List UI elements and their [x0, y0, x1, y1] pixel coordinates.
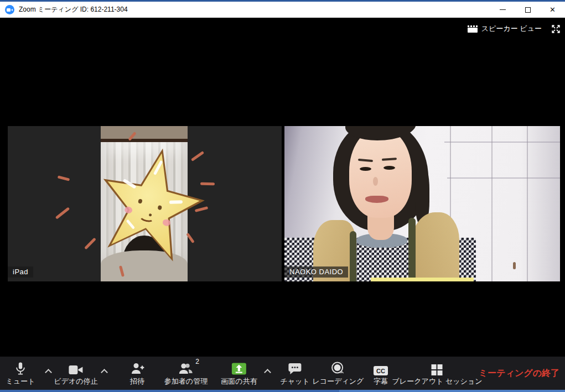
- participant-name-tag: iPad: [8, 266, 33, 278]
- minimize-icon: [500, 9, 506, 10]
- star-ray: [58, 175, 70, 181]
- view-controls: スピーカー ビュー: [468, 24, 561, 34]
- video-tile-naoko[interactable]: NAOKO DAIDO: [284, 126, 560, 281]
- record-icon: [331, 361, 345, 375]
- star-fill: [91, 143, 210, 271]
- camera-lens-icon: [11, 9, 13, 11]
- share-screen-label: 画面の共有: [221, 377, 257, 386]
- breakout-grid-icon: [432, 364, 443, 375]
- speaker-view-button[interactable]: スピーカー ビュー: [481, 24, 542, 34]
- speaker-view-icon: [468, 25, 478, 33]
- close-icon: ✕: [550, 6, 556, 13]
- breakout-label: ブレークアウト セッション: [392, 377, 483, 386]
- participants-icon: [178, 362, 194, 375]
- end-meeting-button[interactable]: ミーティングの終了: [479, 368, 559, 379]
- minimize-button[interactable]: [490, 2, 515, 18]
- window-controls: ✕: [490, 2, 565, 18]
- stop-video-label: ビデオの停止: [54, 377, 97, 386]
- nose: [373, 177, 378, 186]
- yellow-bar: [371, 278, 474, 281]
- breakout-sessions-button[interactable]: ブレークアウト セッション: [392, 360, 483, 386]
- vest-trim: [350, 231, 356, 281]
- star-ray: [55, 207, 70, 219]
- meeting-toolbar: ミュート ビデオの停止 招待: [0, 357, 565, 390]
- manage-participants-label: 参加者の管理: [164, 377, 208, 386]
- captions-button[interactable]: CC 字幕: [374, 360, 388, 386]
- recording-button[interactable]: レコーディング: [313, 360, 364, 386]
- camera-body-icon: [7, 8, 11, 12]
- mute-button[interactable]: ミュート: [6, 360, 35, 386]
- wall-shadow: [521, 126, 560, 281]
- mute-label: ミュート: [6, 377, 35, 386]
- fullscreen-icon[interactable]: [551, 24, 561, 34]
- share-screen-button[interactable]: 画面の共有: [221, 360, 257, 386]
- zoom-app-icon: [5, 5, 14, 14]
- video-stage: スピーカー ビュー: [0, 18, 565, 357]
- invite-label: 招待: [130, 377, 144, 386]
- grid-square: [438, 370, 443, 375]
- closet-door-line: [491, 126, 493, 281]
- speaker-view-thumbs: [468, 25, 478, 27]
- thumb-dot: [470, 25, 472, 27]
- mute-options-chevron[interactable]: [45, 369, 52, 376]
- manage-participants-button[interactable]: 2 参加者の管理: [164, 360, 208, 386]
- video-options-chevron[interactable]: [101, 369, 108, 376]
- title-bar: Zoom ミーティング ID: 612-211-304 ✕: [0, 0, 565, 18]
- captions-label: 字幕: [374, 377, 388, 386]
- smiling-lips: [365, 196, 388, 203]
- close-button[interactable]: ✕: [540, 2, 565, 18]
- thumb-dot: [473, 25, 475, 27]
- cc-icon: CC: [374, 366, 388, 375]
- video-camera-icon: [69, 364, 84, 375]
- microphone-icon: [14, 362, 27, 375]
- chat-label: チャット: [280, 377, 309, 386]
- grid-square: [432, 370, 437, 375]
- woman-face: [349, 128, 412, 218]
- thumb-dot: [468, 25, 469, 27]
- star-highlight: [169, 200, 183, 204]
- maximize-button[interactable]: [515, 2, 540, 18]
- eye: [360, 167, 371, 171]
- participant-name-tag: NAOKO DAIDO: [284, 266, 348, 278]
- invite-person-icon: [131, 362, 144, 375]
- invite-button[interactable]: 招待: [130, 360, 144, 386]
- maximize-icon: [525, 7, 531, 13]
- door-knob: [513, 262, 516, 269]
- window-title: Zoom ミーティング ID: 612-211-304: [19, 5, 128, 14]
- thumb-dot: [476, 25, 478, 27]
- share-options-chevron[interactable]: [264, 369, 271, 376]
- chat-bubble-icon: [288, 362, 302, 375]
- zoom-meeting-window: Zoom ミーティング ID: 612-211-304 ✕ スピーカー ビュー: [0, 0, 565, 392]
- grid-square: [438, 364, 443, 369]
- grid-square: [432, 364, 437, 369]
- share-screen-icon: [232, 362, 247, 375]
- stop-video-button[interactable]: ビデオの停止: [54, 360, 97, 386]
- eye: [383, 166, 395, 170]
- fleece-vest-right: [411, 212, 459, 281]
- video-tile-ipad[interactable]: iPad: [8, 126, 282, 281]
- vest-trim: [408, 218, 416, 281]
- recording-label: レコーディング: [313, 377, 364, 386]
- chat-button[interactable]: チャット: [280, 360, 309, 386]
- speaker-view-main-rect: [468, 28, 478, 33]
- window-bottom-border: [0, 390, 565, 392]
- participants-count-badge: 2: [195, 358, 199, 365]
